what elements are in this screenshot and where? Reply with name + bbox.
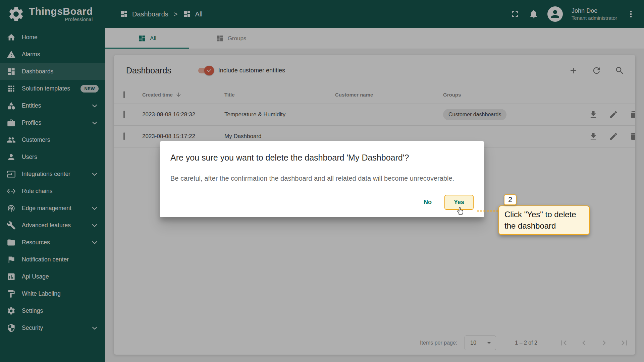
no-button[interactable]: No [416,195,439,210]
delete-confirm-dialog: Are you sure you want to delete the dash… [160,141,484,217]
tutorial-connector-line [477,210,498,212]
dialog-message: Be careful, after the confirmation the d… [170,174,474,183]
tutorial-step-badge: 2 [504,194,517,205]
dialog-actions: No Yes [170,195,474,213]
dialog-title: Are you sure you want to delete the dash… [170,152,474,163]
tutorial-tooltip: Click "Yes" to delete the dashboard [498,205,590,235]
yes-button-wrapper: Yes [444,195,474,210]
cursor-pointer-icon [455,205,466,216]
thingsboard-app: ThingsBoard Professional Dashboards > Al… [0,0,644,362]
